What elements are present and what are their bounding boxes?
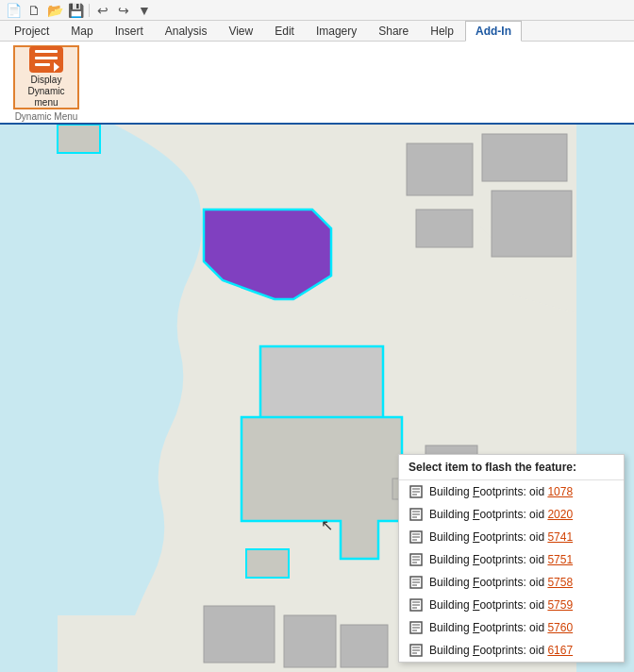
context-menu-item-5760[interactable]: Building Footprints: oid 5760 bbox=[399, 616, 624, 639]
item-icon-5760 bbox=[409, 620, 424, 635]
svg-rect-1 bbox=[35, 57, 58, 59]
item-text-1078: Building Footprints: oid 1078 bbox=[429, 485, 573, 498]
more-icon[interactable]: ▼ bbox=[135, 2, 154, 19]
context-menu-item-6167[interactable]: Building Footprints: oid 6167 bbox=[399, 639, 624, 662]
svg-rect-17 bbox=[284, 615, 336, 667]
toolbar-divider-1 bbox=[89, 4, 90, 17]
context-menu-item-5758[interactable]: Building Footprints: oid 5758 bbox=[399, 571, 624, 594]
svg-rect-6 bbox=[482, 134, 567, 181]
item-text-5760: Building Footprints: oid 5760 bbox=[429, 621, 573, 634]
context-menu: Select item to flash the feature: Buildi… bbox=[398, 454, 625, 663]
item-text-6167: Building Footprints: oid 6167 bbox=[429, 644, 573, 657]
ribbon-tabs: Project Map Insert Analysis View Edit Im… bbox=[0, 21, 634, 42]
tab-map[interactable]: Map bbox=[60, 21, 103, 41]
context-menu-item-5741[interactable]: Building Footprints: oid 5741 bbox=[399, 526, 624, 548]
svg-rect-8 bbox=[416, 210, 473, 247]
tab-edit[interactable]: Edit bbox=[264, 21, 305, 41]
redo-icon[interactable]: ↪ bbox=[114, 2, 133, 19]
item-text-5751: Building Footprints: oid 5751 bbox=[429, 553, 573, 566]
item-icon-5751 bbox=[409, 552, 424, 567]
svg-rect-16 bbox=[204, 606, 275, 663]
svg-marker-3 bbox=[54, 62, 59, 72]
svg-rect-5 bbox=[407, 143, 473, 195]
tab-analysis[interactable]: Analysis bbox=[155, 21, 218, 41]
tab-view[interactable]: View bbox=[218, 21, 263, 41]
item-text-5759: Building Footprints: oid 5759 bbox=[429, 598, 573, 612]
svg-rect-18 bbox=[341, 625, 388, 667]
tab-imagery[interactable]: Imagery bbox=[306, 21, 367, 41]
item-icon-6167 bbox=[409, 643, 424, 658]
item-icon-5758 bbox=[409, 575, 424, 590]
item-text-5758: Building Footprints: oid 5758 bbox=[429, 576, 573, 589]
context-menu-item-1078[interactable]: Building Footprints: oid 1078 bbox=[399, 480, 624, 503]
context-menu-item-2020[interactable]: Building Footprints: oid 2020 bbox=[399, 503, 624, 526]
save-icon[interactable]: 💾 bbox=[66, 2, 85, 19]
item-icon-2020 bbox=[409, 507, 424, 522]
dynamic-menu-icon bbox=[29, 46, 63, 73]
item-text-2020: Building Footprints: oid 2020 bbox=[429, 508, 573, 521]
tab-addin[interactable]: Add-In bbox=[465, 21, 522, 42]
item-icon-1078 bbox=[409, 484, 424, 499]
item-text-5741: Building Footprints: oid 5741 bbox=[429, 530, 573, 544]
display-dynamic-menu-label: DisplayDynamic menu bbox=[21, 75, 72, 109]
context-menu-item-5751[interactable]: Building Footprints: oid 5751 bbox=[399, 548, 624, 571]
context-menu-header: Select item to flash the feature: bbox=[399, 455, 624, 480]
tab-project[interactable]: Project bbox=[4, 21, 59, 41]
tab-share[interactable]: Share bbox=[368, 21, 419, 41]
tab-help[interactable]: Help bbox=[420, 21, 464, 41]
menu-svg-icon bbox=[33, 46, 59, 73]
svg-rect-7 bbox=[492, 191, 572, 257]
ribbon-group-items: DisplayDynamic menu bbox=[13, 45, 79, 109]
svg-rect-11 bbox=[246, 549, 289, 578]
ribbon-group-dynamic-menu: DisplayDynamic menu Dynamic Menu bbox=[6, 45, 87, 123]
svg-rect-10 bbox=[58, 125, 100, 153]
svg-rect-0 bbox=[35, 50, 58, 53]
svg-rect-9 bbox=[260, 346, 383, 422]
toolbar-top: 📄 🗋 📂 💾 ↩ ↪ ▼ bbox=[0, 0, 634, 21]
open-icon[interactable]: 📂 bbox=[45, 2, 64, 19]
context-menu-item-5759[interactable]: Building Footprints: oid 5759 bbox=[399, 594, 624, 616]
new-icon[interactable]: 🗋 bbox=[25, 2, 43, 19]
main-area: ↖ Select item to flash the feature: Buil… bbox=[0, 125, 634, 672]
svg-rect-2 bbox=[35, 63, 50, 66]
map-area[interactable]: ↖ Select item to flash the feature: Buil… bbox=[0, 125, 634, 672]
item-icon-5741 bbox=[409, 529, 424, 545]
undo-icon[interactable]: ↩ bbox=[93, 2, 112, 19]
tab-insert[interactable]: Insert bbox=[105, 21, 154, 41]
dynamic-menu-group-label: Dynamic Menu bbox=[13, 109, 79, 124]
project-icon[interactable]: 📄 bbox=[4, 2, 23, 19]
item-icon-5759 bbox=[409, 597, 424, 613]
display-dynamic-menu-button[interactable]: DisplayDynamic menu bbox=[13, 45, 79, 109]
ribbon-body: DisplayDynamic menu Dynamic Menu bbox=[0, 42, 634, 125]
